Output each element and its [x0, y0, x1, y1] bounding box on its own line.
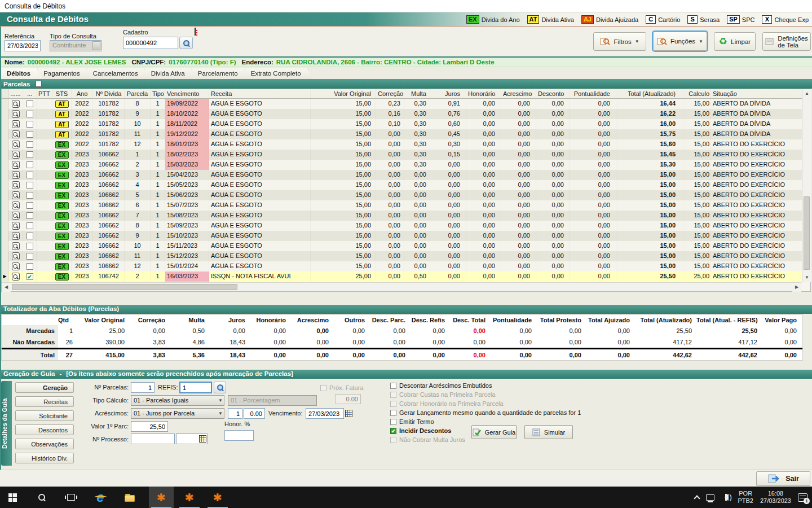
- row-checkbox[interactable]: [23, 180, 37, 190]
- column-header[interactable]: Vencimento: [165, 89, 209, 98]
- tab-débitos[interactable]: Débitos: [1, 68, 43, 79]
- row-checkbox[interactable]: [23, 99, 37, 109]
- table-row[interactable]: ▶ ✔ EX 2023 106742 2 1 16/03/2023 ISSQN …: [2, 271, 810, 282]
- guia-tab-descontos[interactable]: Descontos: [15, 424, 74, 435]
- guia-tab-receitas[interactable]: Receitas: [15, 396, 74, 407]
- table-row[interactable]: EX 2023 106662 7 1 15/08/2023 AGUA E ESG…: [2, 211, 810, 221]
- row-detail-button[interactable]: [8, 231, 23, 241]
- column-header[interactable]: Total (Atualizado): [617, 89, 685, 98]
- table-row[interactable]: AT 2022 101782 9 1 18/10/2022 AGUA E ESG…: [2, 109, 810, 119]
- app-button[interactable]: ✱: [205, 487, 230, 508]
- row-checkbox[interactable]: [23, 109, 37, 119]
- row-checkbox[interactable]: [23, 241, 37, 251]
- row-detail-button[interactable]: [8, 221, 23, 231]
- table-row[interactable]: EX 2023 106662 5 1 15/06/2023 AGUA E ESG…: [2, 190, 810, 200]
- table-row[interactable]: EX 2023 106662 3 1 15/04/2023 AGUA E ESG…: [2, 170, 810, 180]
- row-checkbox[interactable]: ✔: [23, 271, 37, 282]
- file-explorer-button[interactable]: [117, 487, 142, 508]
- scroll-right-arrow[interactable]: ▶: [792, 283, 801, 292]
- row-checkbox[interactable]: [23, 251, 37, 261]
- notifications-icon[interactable]: 1: [798, 493, 807, 502]
- table-row[interactable]: EX 2023 106662 4 1 15/05/2023 AGUA E ESG…: [2, 180, 810, 190]
- column-header[interactable]: Situação: [711, 89, 804, 98]
- task-view-button[interactable]: [59, 487, 83, 508]
- row-detail-button[interactable]: [8, 170, 23, 180]
- row-checkbox[interactable]: [23, 221, 37, 231]
- chevron-up-icon[interactable]: [694, 495, 700, 501]
- tab-divida-ativa[interactable]: Divida Ativa: [145, 68, 197, 79]
- scroll-down-arrow[interactable]: ▼: [802, 273, 811, 282]
- row-checkbox[interactable]: [23, 119, 37, 129]
- row-checkbox[interactable]: [23, 190, 37, 200]
- column-header[interactable]: Calculo: [685, 89, 711, 98]
- column-header[interactable]: Nº Divida: [93, 89, 125, 98]
- row-detail-button[interactable]: [8, 150, 23, 160]
- row-detail-button[interactable]: [8, 139, 23, 150]
- table-row[interactable]: EX 2023 106662 12 1 15/01/2024 AGUA E ES…: [2, 261, 810, 271]
- table-row[interactable]: EX 2023 106662 2 1 15/03/2023 AGUA E ESG…: [2, 160, 810, 170]
- row-checkbox[interactable]: [23, 170, 37, 180]
- guia-option-checkbox[interactable]: [390, 383, 396, 389]
- detalhes-guia-tab[interactable]: Detalhes da Guia: [1, 381, 12, 466]
- scroll-up-arrow[interactable]: ▲: [802, 89, 811, 98]
- cadastro-search-button[interactable]: [179, 37, 193, 49]
- column-header[interactable]: ......: [8, 89, 23, 98]
- horizontal-scrollbar[interactable]: ◀ ▶: [2, 282, 801, 291]
- row-checkbox[interactable]: [23, 211, 37, 221]
- column-header[interactable]: Acrescimo: [501, 89, 536, 98]
- tab-pagamentos[interactable]: Pagamentos: [38, 68, 92, 79]
- calc-grid-icon[interactable]: [199, 435, 206, 443]
- row-detail-button[interactable]: [8, 241, 23, 251]
- acrescimo-valor-input[interactable]: [244, 408, 265, 419]
- guia-option-checkbox[interactable]: [390, 392, 396, 398]
- language-indicator[interactable]: PORPTB2: [738, 490, 753, 505]
- list-icon[interactable]: [195, 28, 196, 36]
- calendar-icon[interactable]: [345, 410, 352, 417]
- guia-option-checkbox[interactable]: [390, 419, 396, 425]
- tipo-consulta-button[interactable]: [92, 41, 100, 50]
- honor-input[interactable]: [224, 430, 254, 441]
- row-checkbox[interactable]: [23, 231, 37, 241]
- app-button[interactable]: ✱: [149, 487, 174, 508]
- row-detail-button[interactable]: [8, 211, 23, 221]
- vencimento-input[interactable]: [306, 408, 344, 419]
- simular-button[interactable]: Simular: [524, 425, 573, 439]
- sair-button[interactable]: Sair: [756, 471, 810, 486]
- tab-extrato-completo[interactable]: Extrato Completo: [245, 68, 314, 79]
- internet-explorer-button[interactable]: e: [88, 487, 113, 508]
- table-row[interactable]: AT 2022 101782 10 1 18/11/2022 AGUA E ES…: [2, 119, 810, 129]
- column-header[interactable]: Ano: [72, 89, 93, 98]
- table-row[interactable]: EX 2023 106662 1 1 18/02/2023 AGUA E ESG…: [2, 150, 810, 160]
- filtros-button[interactable]: Filtros▼: [593, 32, 646, 51]
- scroll-left-arrow[interactable]: ◀: [2, 283, 11, 292]
- row-checkbox[interactable]: [23, 160, 37, 170]
- row-detail-button[interactable]: [8, 109, 23, 119]
- column-header[interactable]: Pontualidade: [570, 89, 617, 98]
- clock[interactable]: 16:0827/03/2023: [760, 490, 791, 505]
- referencia-input[interactable]: [5, 40, 41, 51]
- taskbar-search-button[interactable]: [29, 487, 54, 508]
- n-parcelas-input[interactable]: [131, 382, 155, 393]
- row-checkbox[interactable]: [23, 150, 37, 160]
- row-detail-button[interactable]: [8, 261, 23, 271]
- guia-option-checkbox[interactable]: [390, 410, 396, 416]
- processo-input[interactable]: [131, 433, 175, 444]
- row-checkbox[interactable]: [23, 129, 37, 139]
- column-header[interactable]: ...: [23, 89, 37, 98]
- volume-icon[interactable]: [721, 494, 729, 501]
- guia-option-checkbox[interactable]: [390, 437, 396, 443]
- table-row[interactable]: EX 2023 106662 8 1 15/09/2023 AGUA E ESG…: [2, 221, 810, 231]
- tab-cancelamentos[interactable]: Cancelamentos: [87, 68, 151, 79]
- refis-search-button[interactable]: [214, 382, 226, 393]
- definicoes-tela-button[interactable]: Definiçõesde Tela: [762, 32, 811, 51]
- limpar-button[interactable]: ♻ Limpar: [714, 32, 756, 51]
- table-row[interactable]: AT 2022 101782 8 1 19/09/2022 AGUA E ESG…: [2, 99, 810, 109]
- guia-option-checkbox[interactable]: ✔: [390, 428, 396, 434]
- row-detail-button[interactable]: [8, 190, 23, 200]
- column-header[interactable]: Desconto: [536, 89, 570, 98]
- cadastro-input[interactable]: [123, 37, 178, 49]
- column-header[interactable]: Multa: [404, 89, 430, 98]
- table-row[interactable]: EX 2022 101782 12 1 18/01/2023 AGUA E ES…: [2, 139, 810, 150]
- row-checkbox[interactable]: [23, 200, 37, 211]
- row-detail-button[interactable]: [8, 119, 23, 129]
